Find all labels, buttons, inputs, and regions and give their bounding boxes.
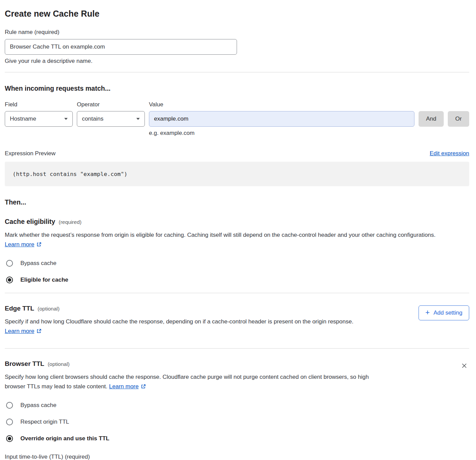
create-cache-rule-form: Create new Cache Rule Rule name (require…	[0, 0, 476, 460]
field-select[interactable]: Hostname	[5, 111, 73, 127]
ttl-input-label: Input time-to-live (TTL) (required)	[5, 454, 469, 460]
then-heading: Then...	[5, 198, 469, 206]
expression-code-block: (http.host contains "example.com")	[5, 162, 469, 186]
cache-eligibility-heading: Cache eligibility (required)	[5, 218, 469, 226]
value-help: e.g. example.com	[149, 130, 469, 137]
cache-eligibility-title: Cache eligibility	[5, 218, 55, 226]
learn-more-link[interactable]: Learn more	[5, 241, 41, 248]
field-label: Field	[5, 101, 73, 108]
operator-label: Operator	[77, 101, 145, 108]
radio-icon-checked[interactable]	[6, 435, 13, 442]
divider	[5, 293, 469, 293]
edit-expression-link[interactable]: Edit expression	[430, 150, 469, 157]
learn-more-link[interactable]: Learn more	[109, 383, 146, 390]
rule-name-label: Rule name (required)	[5, 29, 469, 36]
radio-icon[interactable]	[6, 402, 13, 409]
close-icon	[461, 365, 468, 370]
value-input[interactable]	[149, 111, 414, 127]
chevron-down-icon	[136, 118, 140, 120]
value-label: Value	[149, 101, 414, 108]
edge-ttl-heading: Edge TTL (optional)	[5, 305, 419, 312]
browser-ttl-section: Browser TTL (optional) Specify how long …	[5, 360, 469, 392]
radio-icon[interactable]	[6, 260, 13, 267]
radio-option-bypass-cache[interactable]: Bypass cache	[5, 260, 469, 267]
match-section-heading: When incoming requests match...	[5, 85, 469, 92]
expression-preview-row: Expression Preview Edit expression	[5, 150, 469, 157]
radio-label: Bypass cache	[20, 260, 56, 267]
edge-ttl-title: Edge TTL	[5, 305, 34, 312]
expression-preview-label: Expression Preview	[5, 150, 55, 157]
radio-label: Respect origin TTL	[20, 419, 69, 425]
rule-name-help: Give your rule a descriptive name.	[5, 58, 469, 65]
optional-badge: (optional)	[38, 306, 60, 312]
radio-label: Bypass cache	[20, 402, 56, 409]
remove-browser-ttl-button[interactable]	[459, 361, 469, 372]
radio-option-respect-origin-ttl[interactable]: Respect origin TTL	[5, 419, 469, 425]
add-setting-button[interactable]: + Add setting	[419, 305, 469, 320]
match-condition-row: Field Operator Value Hostname contains A…	[5, 101, 469, 127]
cache-eligibility-description: Mark whether the request’s response from…	[5, 230, 469, 250]
divider	[5, 72, 469, 72]
radio-label: Eligible for cache	[20, 277, 68, 283]
radio-icon-checked[interactable]	[6, 277, 13, 283]
optional-badge: (optional)	[48, 361, 70, 367]
operator-select-value: contains	[82, 116, 103, 122]
radio-option-override-origin-ttl[interactable]: Override origin and use this TTL	[5, 435, 469, 442]
page-title: Create new Cache Rule	[5, 9, 469, 19]
radio-icon[interactable]	[6, 419, 13, 425]
operator-select[interactable]: contains	[77, 111, 145, 127]
required-badge: (required)	[58, 219, 81, 225]
divider	[5, 348, 469, 349]
edge-ttl-description: Specify if and how long Cloudflare shoul…	[5, 317, 375, 337]
browser-ttl-heading: Browser TTL (optional)	[5, 360, 459, 368]
learn-more-link[interactable]: Learn more	[5, 328, 41, 334]
and-button[interactable]: And	[419, 111, 444, 127]
external-link-icon	[36, 327, 41, 337]
radio-option-eligible-for-cache[interactable]: Eligible for cache	[5, 277, 469, 283]
browser-ttl-title: Browser TTL	[5, 360, 44, 368]
edge-ttl-section: Edge TTL (optional) Specify if and how l…	[5, 305, 469, 337]
expression-code: (http.host contains "example.com")	[13, 171, 128, 177]
plus-icon: +	[425, 309, 430, 316]
radio-option-bypass-cache-browser[interactable]: Bypass cache	[5, 402, 469, 409]
radio-label: Override origin and use this TTL	[20, 435, 109, 442]
browser-ttl-description: Specify how long client browsers should …	[5, 372, 371, 392]
external-link-icon	[36, 241, 41, 250]
or-button[interactable]: Or	[448, 111, 469, 127]
chevron-down-icon	[64, 118, 68, 120]
field-select-value: Hostname	[10, 116, 36, 122]
rule-name-input[interactable]	[5, 39, 237, 55]
external-link-icon	[141, 383, 146, 392]
